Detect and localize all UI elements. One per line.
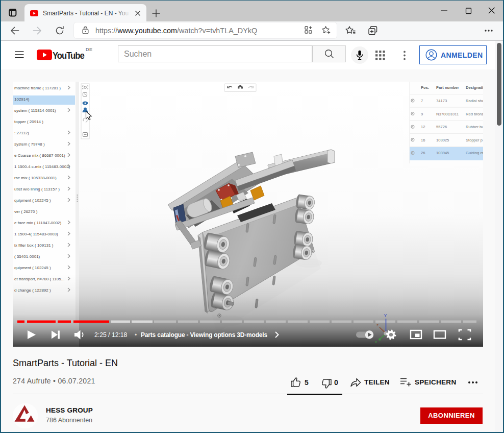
svg-text:Parts catalogue - Viewing opti: Parts catalogue - Viewing options 3D-mod… (141, 331, 267, 339)
svg-text:quipment ( 102245 ): quipment ( 102245 ) (14, 198, 51, 203)
svg-text:e face mix ( 111847-0002): e face mix ( 111847-0002) (14, 221, 62, 225)
svg-text:Guiding cr: Guiding cr (466, 151, 483, 155)
svg-text:Y: Y (384, 313, 387, 318)
svg-text:Designatio: Designatio (466, 85, 483, 90)
svg-text:system ( 115814-0001): system ( 115814-0001) (14, 108, 56, 113)
svg-text:16: 16 (421, 138, 425, 142)
svg-text:74173: 74173 (436, 99, 447, 103)
svg-text:e Coarse mix ( 86687-0001): e Coarse mix ( 86687-0001) (14, 153, 65, 158)
svg-text:topper ( 20914 ): topper ( 20914 ) (14, 119, 43, 124)
svg-text:Stopper p: Stopper p (466, 138, 483, 142)
svg-text:1 1500-4 c-mix ( 115483-0002): 1 1500-4 c-mix ( 115483-0002) (14, 164, 70, 169)
svg-text:•: • (135, 331, 137, 339)
svg-text:Pos.: Pos. (421, 85, 429, 90)
svg-text:rse mix ( 105338-0001): rse mix ( 105338-0001) (14, 176, 57, 180)
svg-text:: 27112): : 27112) (14, 131, 29, 135)
svg-text:x: x (375, 340, 377, 344)
svg-text:ver ( 26270 ): ver ( 26270 ) (14, 209, 38, 214)
svg-text:machine frame ( 117281 ): machine frame ( 117281 ) (14, 86, 61, 90)
svg-text:utlet w/o lining ( 113157 ): utlet w/o lining ( 113157 ) (14, 187, 60, 191)
svg-text:Radial sha: Radial sha (466, 99, 483, 103)
svg-text:103945: 103945 (436, 151, 449, 155)
svg-text:9: 9 (421, 112, 423, 116)
svg-text:12: 12 (421, 125, 425, 129)
svg-text:( 55401-0001): ( 55401-0001) (14, 254, 40, 259)
svg-text:system ( 79748 ): system ( 79748 ) (14, 142, 45, 147)
svg-text:z: z (376, 323, 379, 327)
svg-text:N3700D1011: N3700D1011 (436, 112, 459, 116)
svg-text:Part number: Part number (436, 85, 459, 90)
svg-text:quipment ( 102245 ): quipment ( 102245 ) (14, 266, 51, 270)
svg-text:103025: 103025 (436, 138, 449, 142)
svg-text:1 1500-4( 115483-0003): 1 1500-4( 115483-0003) (14, 232, 58, 236)
svg-text:Red bronz: Red bronz (466, 112, 483, 116)
svg-text:Rubber bu: Rubber bu (466, 125, 483, 129)
svg-text:102914): 102914) (14, 97, 30, 102)
svg-text:2:25 / 12:18: 2:25 / 12:18 (94, 331, 128, 339)
svg-text:26: 26 (421, 151, 425, 155)
svg-text:ix filler box ( 109131 ): ix filler box ( 109131 ) (14, 243, 54, 248)
svg-text:55726: 55726 (436, 125, 447, 129)
svg-text:7: 7 (421, 99, 423, 103)
